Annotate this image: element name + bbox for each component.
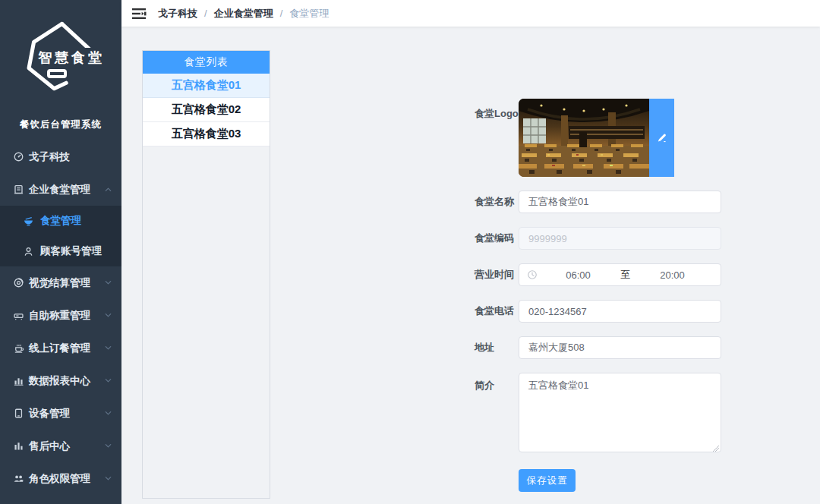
sidebar-item-label: 自助称重管理	[29, 309, 104, 323]
logo-field-label: 食堂Logo	[475, 99, 519, 121]
logo-mouth-shape	[47, 69, 67, 78]
sidebar-item[interactable]: 视觉结算管理	[0, 266, 121, 299]
roles-icon	[13, 473, 24, 484]
canteen-address-input[interactable]	[519, 336, 721, 359]
form-row-phone: 食堂电话	[475, 300, 725, 323]
address-field-label: 地址	[475, 341, 519, 354]
canteen-list-item[interactable]: 五宫格食堂02	[143, 98, 270, 122]
meal-icon	[13, 342, 24, 354]
hours-start-value[interactable]: 06:00	[538, 269, 619, 281]
chevron-down-icon	[104, 344, 112, 352]
building-icon	[13, 184, 24, 195]
breadcrumb-separator: /	[204, 8, 207, 19]
form-row-hours: 营业时间 06:00 至 20:00	[475, 263, 725, 286]
chevron-up-icon	[104, 185, 112, 194]
breadcrumb: 戈子科技/企业食堂管理/食堂管理	[158, 7, 329, 20]
main-area: 戈子科技/企业食堂管理/食堂管理 食堂列表 五宫格食堂01五宫格食堂02五宫格食…	[121, 0, 820, 504]
logo-title: 智慧食堂	[36, 48, 106, 68]
dashboard-icon	[13, 151, 24, 162]
sidebar-item[interactable]: 企业食堂管理	[0, 173, 121, 206]
sidebar-item-label: 售后中心	[29, 439, 104, 453]
canteen-list-panel: 食堂列表 五宫格食堂01五宫格食堂02五宫格食堂03	[142, 50, 270, 499]
sidebar-item-label: 数据报表中心	[29, 374, 104, 388]
code-field-label: 食堂编码	[475, 232, 519, 245]
canteen-phone-input[interactable]	[519, 300, 721, 323]
breadcrumb-separator: /	[280, 8, 283, 19]
bowl-icon	[23, 216, 34, 227]
clock-icon	[527, 269, 538, 280]
canteen-intro-textarea[interactable]: 五宫格食堂01	[519, 373, 721, 452]
sidebar-item-label: 视觉结算管理	[29, 276, 104, 290]
canteen-photo	[519, 99, 649, 177]
chevron-down-icon	[104, 442, 112, 450]
form-row-intro: 简介 五宫格食堂01	[475, 373, 725, 455]
sidebar-menu: 戈子科技企业食堂管理食堂管理顾客账号管理视觉结算管理自助称重管理线上订餐管理数据…	[0, 140, 121, 504]
sidebar-item[interactable]: 设备管理	[0, 397, 121, 430]
canteen-list-header: 食堂列表	[143, 51, 270, 74]
hours-separator: 至	[619, 268, 632, 282]
chevron-down-icon	[104, 311, 112, 320]
form-row-name: 食堂名称	[475, 191, 725, 213]
menu-fold-icon[interactable]	[132, 8, 147, 20]
scale-icon	[13, 310, 24, 321]
aftersale-chart-icon	[13, 440, 24, 452]
hours-field-label: 营业时间	[475, 268, 519, 282]
intro-field-label: 简介	[475, 373, 519, 392]
name-field-label: 食堂名称	[475, 195, 519, 209]
sidebar-item-label: 企业食堂管理	[29, 183, 104, 197]
sidebar: 智慧食堂 餐饮后台管理系统 戈子科技企业食堂管理食堂管理顾客账号管理视觉结算管理…	[0, 0, 121, 504]
edit-logo-button[interactable]	[649, 99, 674, 177]
canteen-list: 五宫格食堂01五宫格食堂02五宫格食堂03	[143, 74, 270, 146]
form-row-code: 食堂编码	[475, 227, 725, 250]
sidebar-item-label: 设备管理	[29, 407, 104, 421]
device-icon	[13, 408, 24, 419]
canteen-form: 食堂Logo	[475, 27, 725, 492]
sidebar-item[interactable]: 售后中心	[0, 430, 121, 462]
user-icon	[23, 246, 34, 257]
sidebar-item-label: 线上订餐管理	[29, 342, 104, 355]
business-hours-picker[interactable]: 06:00 至 20:00	[519, 263, 721, 286]
form-row-address: 地址	[475, 336, 725, 359]
bar-chart-icon	[13, 375, 24, 386]
canteen-list-item[interactable]: 五宫格食堂01	[143, 74, 270, 98]
sidebar-item[interactable]: 线上订餐管理	[0, 332, 121, 364]
chevron-down-icon	[104, 279, 112, 287]
chevron-down-icon	[104, 474, 112, 483]
sidebar-item[interactable]: 戈子科技	[0, 140, 121, 173]
breadcrumb-item: 食堂管理	[289, 7, 329, 20]
camera-icon	[13, 277, 24, 288]
sidebar-subitem-label: 食堂管理	[40, 214, 81, 228]
sidebar-item[interactable]: 角色权限管理	[0, 462, 121, 495]
sidebar-item[interactable]: 数据报表中心	[0, 364, 121, 397]
content-area: 食堂列表 五宫格食堂01五宫格食堂02五宫格食堂03 食堂Logo	[121, 27, 820, 504]
canteen-code-input	[519, 227, 721, 250]
logo-uploader	[519, 99, 674, 177]
phone-field-label: 食堂电话	[475, 304, 519, 318]
chevron-down-icon	[104, 376, 112, 385]
form-row-logo: 食堂Logo	[475, 99, 725, 177]
pencil-icon	[656, 132, 667, 143]
sidebar-item-label: 戈子科技	[29, 150, 112, 164]
sidebar-item[interactable]: 营养管理	[0, 495, 121, 504]
sidebar-item-label: 角色权限管理	[29, 472, 104, 486]
breadcrumb-item[interactable]: 企业食堂管理	[214, 7, 273, 20]
save-settings-button[interactable]: 保存设置	[519, 469, 576, 492]
canteen-name-input[interactable]	[519, 191, 721, 213]
canteen-photo-image	[519, 99, 649, 177]
logo-subtitle: 餐饮后台管理系统	[0, 118, 121, 131]
chevron-down-icon	[104, 409, 112, 417]
sidebar-subitem[interactable]: 顾客账号管理	[0, 236, 121, 266]
sidebar-subitem-label: 顾客账号管理	[40, 244, 102, 258]
app-window: 智慧食堂 餐饮后台管理系统 戈子科技企业食堂管理食堂管理顾客账号管理视觉结算管理…	[0, 0, 820, 504]
breadcrumb-item[interactable]: 戈子科技	[158, 7, 197, 20]
canteen-list-item[interactable]: 五宫格食堂03	[143, 122, 270, 146]
sidebar-subitem[interactable]: 食堂管理	[0, 206, 121, 236]
sidebar-item[interactable]: 自助称重管理	[0, 299, 121, 332]
top-header: 戈子科技/企业食堂管理/食堂管理	[121, 0, 820, 27]
app-logo: 智慧食堂	[0, 19, 121, 114]
hours-end-value[interactable]: 20:00	[632, 269, 713, 281]
sidebar-submenu: 食堂管理顾客账号管理	[0, 206, 121, 266]
